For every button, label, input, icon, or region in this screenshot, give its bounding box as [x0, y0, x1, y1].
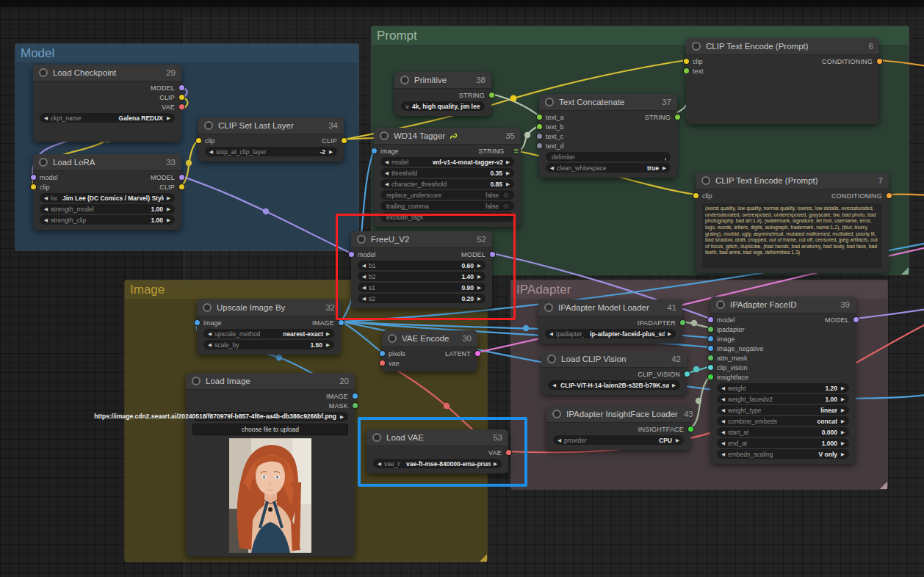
widget-provider[interactable]: ◀providerCPU▶ [553, 435, 684, 445]
collapse-dot-icon[interactable] [204, 121, 213, 130]
conditioning-output-port[interactable] [887, 193, 892, 198]
model-input-port[interactable] [31, 175, 36, 180]
text-d-input-port[interactable] [537, 143, 542, 148]
text-a-input-port[interactable] [537, 115, 542, 120]
left-arrow-icon[interactable]: ◀ [721, 385, 725, 391]
clip-input-port[interactable] [31, 184, 36, 189]
left-arrow-icon[interactable]: ◀ [721, 440, 725, 446]
text-input-port[interactable] [684, 68, 689, 73]
widget-strength-model[interactable]: ◀strength_model1.00▶ [40, 204, 175, 214]
toggle-knob[interactable] [502, 192, 510, 199]
collapse-dot-icon[interactable] [544, 303, 553, 312]
node-load-image[interactable]: Load Image20 IMAGE MASK https://image.cd… [186, 373, 355, 556]
clip-output-port[interactable] [342, 138, 347, 143]
collapse-dot-icon[interactable] [545, 98, 554, 106]
vae-input-port[interactable] [380, 360, 385, 366]
widget-b2[interactable]: ◀b21.40▶ [358, 272, 486, 281]
node-ipadapter-insightface-loader[interactable]: IPAdapter InsightFace Loader43 INSIGHTFA… [546, 406, 690, 450]
widget-clean-whitespace[interactable]: ◀clean_whitespacetrue▶ [546, 163, 671, 173]
image-output-port[interactable] [353, 393, 358, 399]
model-output-port[interactable] [179, 85, 184, 90]
left-arrow-icon[interactable]: ◀ [208, 342, 212, 348]
right-arrow-icon[interactable]: ▶ [506, 181, 510, 187]
widget-lora-name[interactable]: ◀lora_nameJim Lee (DC Comics / Marvel) S… [40, 193, 175, 203]
left-arrow-icon[interactable]: ◀ [362, 274, 366, 280]
node-ipadapter-model-loader[interactable]: IPAdapter Model Loader41 IPADAPTER ◀ipad… [538, 300, 682, 344]
node-clip-text-encode-positive[interactable]: CLIP Text Encode (Prompt)6 clipCONDITION… [686, 38, 879, 124]
widget-scale-by[interactable]: ◀scale_by1.50▶ [203, 340, 334, 349]
widget-strength-clip[interactable]: ◀strength_clip1.00▶ [40, 215, 175, 225]
collapse-dot-icon[interactable] [380, 131, 389, 140]
right-arrow-icon[interactable]: ▶ [167, 206, 170, 212]
left-arrow-icon[interactable]: ◀ [44, 206, 48, 212]
widget-exclude-tags[interactable]: exclude_tags [380, 212, 514, 222]
node-load-lora[interactable]: Load LoRA33 modelMODEL clipCLIP ◀lora_na… [33, 154, 181, 230]
string-output-port[interactable] [489, 92, 494, 98]
left-arrow-icon[interactable]: ◀ [362, 285, 366, 291]
left-arrow-icon[interactable]: ◀ [208, 331, 212, 337]
image-input-port[interactable] [708, 336, 713, 341]
right-arrow-icon[interactable]: ▶ [326, 331, 330, 337]
collapse-dot-icon[interactable] [39, 158, 48, 167]
right-arrow-icon[interactable]: ▶ [326, 342, 330, 348]
collapse-dot-icon[interactable] [357, 235, 366, 244]
insightface-output-port[interactable] [688, 427, 693, 432]
widget-b1[interactable]: ◀b10.60▶ [358, 261, 486, 270]
node-load-vae[interactable]: Load VAE53 VAE ◀vae_namevae-ft-mse-84000… [367, 429, 508, 473]
node-graph-canvas[interactable]: Model Prompt Image IPAdapter Load Checkp… [0, 0, 924, 577]
left-arrow-icon[interactable]: ◀ [362, 296, 366, 302]
right-arrow-icon[interactable]: ▶ [841, 385, 845, 391]
group-title[interactable]: Model [15, 44, 358, 62]
widget-upscale-method[interactable]: ◀upscale_methodnearest-exact▶ [203, 329, 334, 338]
ipadapter-output-port[interactable] [680, 320, 685, 325]
right-arrow-icon[interactable]: ▶ [841, 451, 845, 457]
vae-output-port[interactable] [506, 450, 511, 455]
left-arrow-icon[interactable]: ◀ [550, 165, 554, 171]
model-output-port[interactable] [490, 252, 495, 257]
right-arrow-icon[interactable]: ▶ [672, 382, 676, 388]
left-arrow-icon[interactable]: ◀ [209, 149, 213, 155]
clip-input-port[interactable] [693, 193, 699, 198]
clip-input-port[interactable] [684, 59, 689, 64]
right-arrow-icon[interactable]: ▶ [506, 170, 510, 176]
right-arrow-icon[interactable]: ▶ [841, 396, 845, 402]
node-ipadapter-faceid[interactable]: IPAdapter FaceID39 modelMODEL ipadapter … [710, 297, 856, 464]
model-output-port[interactable] [179, 175, 184, 180]
node-load-clip-vision[interactable]: Load CLIP Vision42 CLIP_VISION ◀CLIP-ViT… [541, 351, 687, 395]
widget-stop-at-clip-layer[interactable]: ◀stop_at_clip_layer-2▶ [205, 147, 337, 156]
right-arrow-icon[interactable]: ▶ [329, 149, 333, 155]
group-resize-handle[interactable] [880, 482, 887, 489]
widget-threshold[interactable]: ◀threshold0.35▶ [380, 168, 514, 178]
left-arrow-icon[interactable]: ◀ [557, 438, 561, 443]
left-arrow-icon[interactable]: ◀ [362, 263, 366, 269]
attn-mask-input-port[interactable] [708, 355, 713, 360]
right-arrow-icon[interactable]: ▶ [477, 263, 481, 269]
right-arrow-icon[interactable]: ▶ [477, 296, 481, 302]
node-clip-text-encode-negative[interactable]: CLIP Text Encode (Prompt)7 clipCONDITION… [696, 173, 889, 273]
string-list-icon[interactable]: ≡ [514, 146, 519, 156]
left-arrow-icon[interactable]: ◀ [385, 159, 389, 165]
widget-ipadapter-file[interactable]: ◀ipadapter_fileip-adapter-faceid-plus_sd… [545, 329, 676, 338]
left-arrow-icon[interactable]: ◀ [549, 331, 553, 337]
mask-output-port[interactable] [353, 403, 358, 408]
group-resize-handle[interactable] [901, 267, 909, 275]
vae-output-port[interactable] [179, 104, 184, 109]
image-input-port[interactable] [372, 148, 377, 153]
widget-weight-faceidv2[interactable]: ◀weight_faceidv21.00▶ [717, 394, 849, 404]
negative-prompt-textarea[interactable]: (worst quality, low quality, normal qual… [702, 203, 882, 268]
left-arrow-icon[interactable]: ◀ [44, 195, 48, 201]
left-arrow-icon[interactable]: ◀ [44, 115, 48, 121]
right-arrow-icon[interactable]: ▶ [841, 418, 845, 424]
image-input-port[interactable] [195, 320, 200, 325]
widget-replace-underscore[interactable]: replace_underscorefalse [380, 190, 514, 200]
clip-vision-input-port[interactable] [708, 365, 713, 370]
left-arrow-icon[interactable]: ◀ [552, 382, 556, 388]
widget-clip-name[interactable]: ◀CLIP-ViT-H-14-laion2B-s32B-b79K.safeten… [548, 380, 680, 390]
left-arrow-icon[interactable]: ◀ [721, 429, 725, 435]
widget-ckpt-name[interactable]: ◀ckpt_nameGalena REDUX▶ [40, 113, 175, 123]
node-text-concatenate[interactable]: Text Concatenate37 text_aSTRING text_b t… [539, 94, 677, 178]
latent-output-port[interactable] [475, 351, 480, 356]
insightface-input-port[interactable] [708, 374, 713, 380]
clip-vision-output-port[interactable] [685, 371, 690, 377]
widget-start-at[interactable]: ◀start_at0.000▶ [717, 427, 849, 437]
